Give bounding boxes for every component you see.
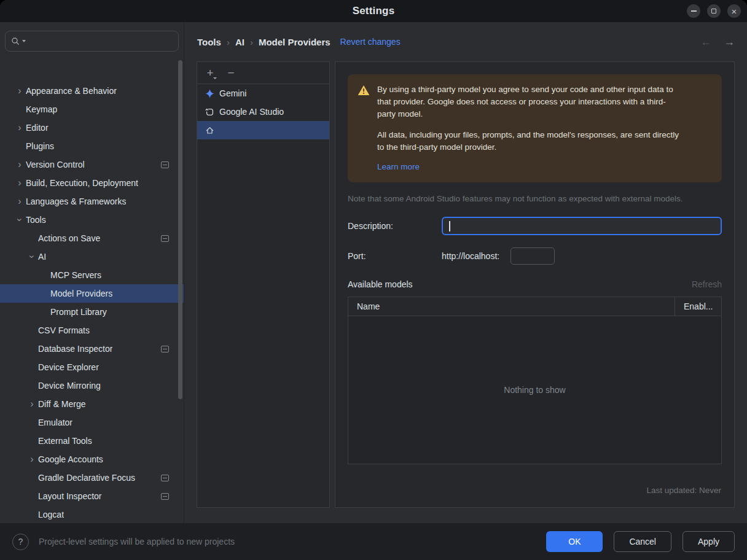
- external-models-note: Note that some Android Studio features m…: [348, 194, 722, 203]
- sidebar-item-label: Actions on Save: [38, 233, 100, 243]
- sidebar-scrollbar[interactable]: [178, 60, 182, 399]
- chevron-right-icon[interactable]: ›: [26, 454, 38, 464]
- chevron-down-icon[interactable]: ›: [27, 251, 37, 263]
- project-settings-icon: [161, 161, 169, 168]
- sidebar-item-google-accounts[interactable]: ›Google Accounts: [0, 450, 184, 469]
- description-input[interactable]: [442, 217, 722, 235]
- forward-arrow-icon[interactable]: →: [724, 36, 735, 49]
- breadcrumb-separator: ›: [250, 37, 253, 47]
- sidebar-item-label: Build, Execution, Deployment: [26, 178, 138, 188]
- chevron-down-icon: [22, 40, 26, 42]
- chevron-right-icon[interactable]: ›: [14, 86, 26, 96]
- sidebar-item-editor[interactable]: ›Editor: [0, 119, 184, 137]
- search-input[interactable]: [28, 36, 173, 46]
- apply-button[interactable]: Apply: [682, 531, 735, 552]
- add-provider-button[interactable]: +: [202, 65, 218, 81]
- provider-form-panel: By using a third-party model you agree t…: [335, 61, 735, 508]
- footer: ? Project-level settings will be applied…: [0, 523, 747, 560]
- sidebar-item-label: External Tools: [38, 436, 92, 446]
- provider-item-google-ai-studio[interactable]: Google AI Studio: [197, 103, 329, 121]
- refresh-link[interactable]: Refresh: [692, 279, 722, 289]
- chevron-right-icon[interactable]: ›: [14, 178, 26, 188]
- description-row: Description:: [348, 217, 722, 235]
- close-button[interactable]: ×: [727, 4, 741, 18]
- search-icon: [10, 36, 20, 46]
- maximize-icon: [711, 9, 716, 14]
- breadcrumb-part-model-providers[interactable]: Model Providers: [259, 37, 330, 47]
- sidebar-item-diff-merge[interactable]: ›Diff & Merge: [0, 395, 184, 413]
- sidebar-item-languages-frameworks[interactable]: ›Languages & Frameworks: [0, 192, 184, 211]
- chevron-right-icon[interactable]: ›: [14, 196, 26, 206]
- sidebar-item-gradle-declarative-focus[interactable]: Gradle Declarative Focus: [0, 469, 184, 487]
- sidebar-item-appearance-behavior[interactable]: ›Appearance & Behavior: [0, 82, 184, 100]
- port-prefix-text: http://localhost:: [442, 251, 499, 261]
- breadcrumb-part-tools[interactable]: Tools: [197, 37, 221, 47]
- breadcrumb-part-ai[interactable]: AI: [235, 37, 244, 47]
- sidebar-item-plugins[interactable]: Plugins: [0, 137, 184, 155]
- provider-label: Gemini: [219, 88, 246, 98]
- cancel-button[interactable]: Cancel: [614, 531, 671, 552]
- revert-changes-link[interactable]: Revert changes: [340, 37, 401, 47]
- sidebar-item-version-control[interactable]: ›Version Control: [0, 155, 184, 174]
- back-arrow-icon[interactable]: ←: [700, 36, 711, 49]
- project-settings-icon: [161, 346, 169, 352]
- footer-buttons: OK Cancel Apply: [546, 531, 735, 552]
- sidebar-item-label: Keymap: [26, 104, 57, 114]
- sidebar-item-logcat[interactable]: Logcat: [0, 505, 184, 523]
- sidebar-item-mcp-servers[interactable]: MCP Servers: [0, 266, 184, 284]
- sidebar-item-label: Model Providers: [50, 289, 112, 298]
- question-icon: ?: [18, 537, 23, 546]
- chevron-right-icon[interactable]: ›: [14, 160, 26, 169]
- help-button[interactable]: ?: [12, 534, 29, 550]
- chevron-down-icon[interactable]: ›: [15, 214, 25, 226]
- learn-more-link[interactable]: Learn more: [377, 161, 420, 173]
- provider-label: Google AI Studio: [219, 107, 284, 117]
- home-icon: [205, 125, 214, 135]
- available-models-row: Available models Refresh: [348, 279, 722, 289]
- port-input[interactable]: [510, 247, 555, 265]
- sidebar-item-tools[interactable]: ›Tools: [0, 211, 184, 229]
- sidebar-item-emulator[interactable]: Emulator: [0, 413, 184, 432]
- sidebar-item-keymap[interactable]: Keymap: [0, 100, 184, 119]
- sidebar-item-actions-on-save[interactable]: Actions on Save: [0, 229, 184, 247]
- project-settings-icon: [161, 475, 169, 481]
- breadcrumb-separator: ›: [227, 37, 230, 47]
- chevron-right-icon[interactable]: ›: [26, 399, 38, 409]
- minus-icon: −: [227, 67, 234, 79]
- window-title: Settings: [353, 5, 395, 17]
- close-icon: ×: [732, 7, 737, 16]
- sidebar-item-build-execution-deployment[interactable]: ›Build, Execution, Deployment: [0, 174, 184, 192]
- sidebar-item-device-explorer[interactable]: Device Explorer: [0, 358, 184, 376]
- chevron-right-icon[interactable]: ›: [14, 123, 26, 133]
- sidebar-item-label: Version Control: [26, 160, 85, 169]
- warning-icon: [358, 85, 370, 173]
- text-caret: [449, 221, 450, 231]
- maximize-button[interactable]: [707, 4, 721, 18]
- ok-button[interactable]: OK: [546, 531, 603, 552]
- sidebar-item-layout-inspector[interactable]: Layout Inspector: [0, 487, 184, 505]
- sidebar-item-label: Layout Inspector: [38, 491, 102, 501]
- sidebar-item-ai[interactable]: ›AI: [0, 247, 184, 266]
- empty-table-text: Nothing to show: [504, 385, 565, 395]
- settings-search-box[interactable]: [5, 31, 179, 52]
- remove-provider-button[interactable]: −: [223, 65, 239, 81]
- sidebar-item-csv-formats[interactable]: CSV Formats: [0, 321, 184, 340]
- sidebar-item-model-providers[interactable]: Model Providers: [0, 284, 184, 303]
- sidebar-item-label: Languages & Frameworks: [26, 196, 126, 206]
- port-label: Port:: [348, 251, 442, 261]
- sidebar-item-label: Device Explorer: [38, 362, 99, 372]
- provider-item-new-provider[interactable]: [197, 121, 329, 139]
- history-nav: ← →: [700, 36, 735, 49]
- providers-toolbar: + −: [197, 62, 329, 84]
- sidebar-item-label: Prompt Library: [50, 307, 107, 317]
- sidebar-item-prompt-library[interactable]: Prompt Library: [0, 303, 184, 321]
- sidebar-item-label: CSV Formats: [38, 325, 90, 335]
- minimize-button[interactable]: [687, 4, 700, 18]
- sidebar-item-device-mirroring[interactable]: Device Mirroring: [0, 376, 184, 395]
- last-updated-text: Last updated: Never: [646, 486, 721, 495]
- project-settings-icon: [161, 493, 169, 500]
- provider-item-gemini[interactable]: Gemini: [197, 84, 329, 103]
- sidebar-item-database-inspector[interactable]: Database Inspector: [0, 340, 184, 358]
- sidebar-item-external-tools[interactable]: External Tools: [0, 432, 184, 450]
- sidebar-item-label: AI: [38, 252, 46, 262]
